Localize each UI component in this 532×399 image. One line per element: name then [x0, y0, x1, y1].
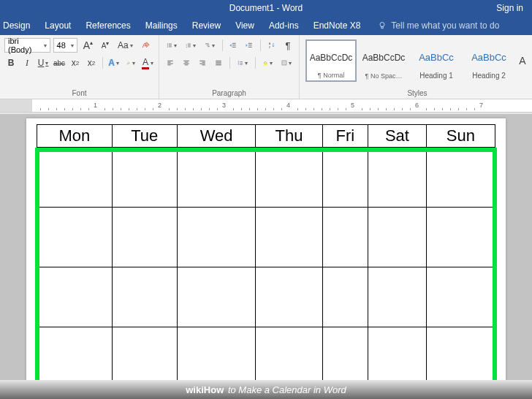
subscript-button[interactable]: x2 — [69, 56, 82, 70]
font-color-button[interactable]: A▾ — [141, 56, 154, 70]
show-paragraph-button[interactable]: ¶ — [281, 38, 294, 53]
document-area[interactable]: MonTueWedThuFriSatSun — [0, 114, 532, 380]
tab-references[interactable]: References — [86, 20, 130, 31]
justify-button[interactable] — [212, 56, 225, 70]
svg-rect-20 — [232, 47, 236, 48]
styles-gallery[interactable]: AaBbCcDc¶ NormalAaBbCcDc¶ No Spac…AaBbCc… — [304, 38, 531, 83]
calendar-cell[interactable] — [256, 327, 322, 381]
svg-rect-19 — [232, 45, 236, 45]
calendar-cell[interactable] — [322, 327, 368, 381]
calendar-table[interactable]: MonTueWedThuFriSatSun — [37, 124, 495, 380]
calendar-cell[interactable] — [368, 208, 427, 267]
italic-button[interactable]: I — [20, 56, 34, 70]
calendar-cell[interactable] — [426, 327, 495, 381]
calendar-cell[interactable] — [37, 327, 113, 381]
tab-layout[interactable]: Layout — [45, 20, 71, 31]
calendar-cell[interactable] — [368, 148, 427, 208]
calendar-cell[interactable] — [112, 327, 177, 381]
shrink-font-button[interactable]: A▾ — [99, 38, 112, 53]
page[interactable]: MonTueWedThuFriSatSun — [26, 118, 506, 380]
numbering-button[interactable]: 123▾ — [183, 38, 199, 53]
day-header-sat[interactable]: Sat — [368, 125, 427, 148]
svg-rect-43 — [240, 63, 242, 64]
highlight-button[interactable]: ▾ — [123, 56, 138, 70]
calendar-cell[interactable] — [426, 208, 495, 267]
align-center-button[interactable] — [180, 56, 193, 70]
day-header-wed[interactable]: Wed — [177, 125, 255, 148]
caption-bar: wikiHow to Make a Calendar in Word — [0, 380, 532, 399]
text-effects-button[interactable]: A▾ — [107, 56, 121, 70]
calendar-cell[interactable] — [177, 327, 255, 381]
style-heading-1[interactable]: AaBbCcHeading 1 — [411, 39, 462, 82]
day-header-thu[interactable]: Thu — [256, 125, 322, 148]
calendar-cell[interactable] — [177, 267, 255, 327]
ruler-mark: 4 — [286, 102, 290, 109]
change-case-button[interactable]: Aa▾ — [115, 38, 135, 53]
style-normal[interactable]: AaBbCcDc¶ Normal — [305, 39, 357, 82]
svg-rect-39 — [216, 62, 221, 63]
decrease-indent-button[interactable] — [227, 38, 240, 53]
sign-in-link[interactable]: Sign in — [496, 3, 523, 13]
tab-addins[interactable]: Add-ins — [269, 20, 299, 31]
calendar-cell[interactable] — [368, 267, 427, 327]
calendar-cell[interactable] — [256, 208, 322, 267]
svg-text:3: 3 — [186, 46, 187, 48]
calendar-cell[interactable] — [256, 267, 322, 327]
calendar-cell[interactable] — [112, 148, 177, 208]
superscript-button[interactable]: x2 — [85, 56, 98, 70]
styles-more-button[interactable]: A — [516, 39, 529, 82]
bold-button[interactable]: B — [4, 56, 18, 70]
tab-review[interactable]: Review — [192, 20, 221, 31]
underline-button[interactable]: U▾ — [37, 56, 50, 70]
align-left-button[interactable] — [164, 56, 177, 70]
horizontal-ruler[interactable]: 1234567 — [0, 99, 532, 113]
calendar-cell[interactable] — [322, 208, 368, 267]
svg-rect-34 — [200, 61, 205, 61]
lightbulb-icon — [378, 21, 387, 30]
increase-indent-button[interactable] — [243, 38, 256, 53]
calendar-cell[interactable] — [37, 208, 113, 267]
calendar-cell[interactable] — [112, 208, 177, 267]
strikethrough-button[interactable]: abc — [53, 56, 66, 70]
calendar-cell[interactable] — [112, 267, 177, 327]
ribbon: ibri (Body)▾ 48▾ A▴ A▾ Aa▾ A B I U▾ abc … — [0, 35, 532, 99]
tab-view[interactable]: View — [235, 20, 254, 31]
calendar-cell[interactable] — [177, 148, 255, 208]
svg-rect-35 — [202, 62, 205, 63]
calendar-cell[interactable] — [37, 148, 113, 208]
calendar-cell[interactable] — [256, 148, 322, 208]
day-header-tue[interactable]: Tue — [112, 125, 177, 148]
sort-button[interactable]: AZ — [265, 38, 278, 53]
svg-rect-1 — [381, 27, 383, 28]
font-size-combo[interactable]: 48▾ — [53, 38, 77, 53]
multilevel-list-button[interactable]: ▾ — [202, 38, 218, 53]
calendar-cell[interactable] — [426, 148, 495, 208]
tab-design[interactable]: Design — [3, 20, 30, 31]
calendar-cell[interactable] — [368, 327, 427, 381]
shading-button[interactable]: ▾ — [259, 56, 276, 70]
borders-button[interactable]: ▾ — [278, 56, 294, 70]
tab-endnote[interactable]: EndNote X8 — [314, 20, 361, 31]
tab-mailings[interactable]: Mailings — [145, 20, 178, 31]
day-header-fri[interactable]: Fri — [322, 125, 368, 148]
align-right-button[interactable] — [196, 56, 209, 70]
line-spacing-button[interactable]: ▾ — [235, 56, 251, 70]
group-styles: AaBbCcDc¶ NormalAaBbCcDc¶ No Spac…AaBbCc… — [300, 35, 532, 99]
calendar-cell[interactable] — [37, 267, 113, 327]
svg-rect-30 — [183, 61, 189, 61]
separator — [229, 57, 230, 69]
clear-formatting-button[interactable]: A — [138, 38, 154, 53]
calendar-cell[interactable] — [177, 208, 255, 267]
tell-me-search[interactable]: Tell me what you want to do — [378, 20, 499, 31]
calendar-cell[interactable] — [322, 267, 368, 327]
day-header-mon[interactable]: Mon — [37, 125, 113, 148]
svg-rect-8 — [169, 47, 172, 48]
style-no-spac-[interactable]: AaBbCcDc¶ No Spac… — [358, 39, 409, 82]
style-heading-2[interactable]: AaBbCcHeading 2 — [463, 39, 514, 82]
calendar-cell[interactable] — [322, 148, 368, 208]
bullets-button[interactable]: ▾ — [164, 38, 180, 53]
calendar-cell[interactable] — [426, 267, 495, 327]
day-header-sun[interactable]: Sun — [426, 125, 495, 148]
grow-font-button[interactable]: A▴ — [80, 38, 96, 53]
font-name-combo[interactable]: ibri (Body)▾ — [4, 38, 50, 53]
